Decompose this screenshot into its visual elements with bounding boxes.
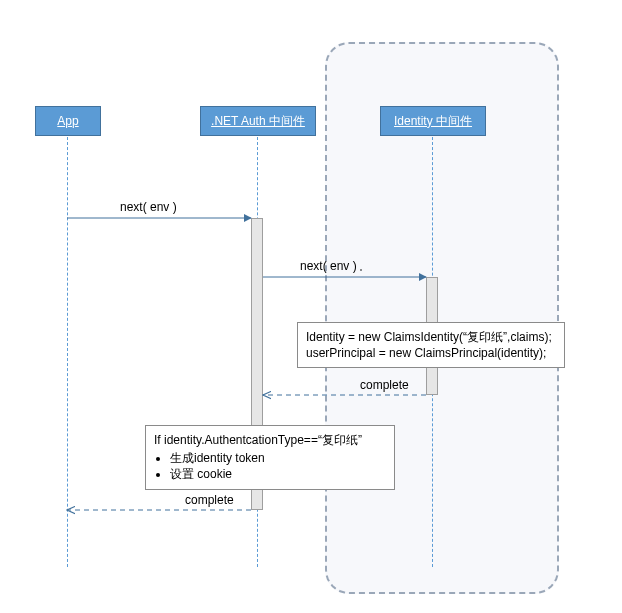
msg-label-next2: next( env ) — [300, 259, 357, 273]
msg-label-next1: next( env ) — [120, 200, 177, 214]
participant-identity: Identity 中间件 — [380, 106, 486, 136]
note-auth-bullet2: 设置 cookie — [170, 466, 386, 482]
note-identity-line2: userPrincipal = new ClaimsPrincipal(iden… — [306, 345, 556, 361]
participant-identity-label: Identity 中间件 — [394, 113, 472, 130]
participant-auth-label: .NET Auth 中间件 — [211, 113, 305, 130]
note-identity-line1: Identity = new ClaimsIdentity(“复印纸”,clai… — [306, 329, 556, 345]
note-identity: Identity = new ClaimsIdentity(“复印纸”,clai… — [297, 322, 565, 368]
participant-auth: .NET Auth 中间件 — [200, 106, 316, 136]
participant-app-label: App — [57, 114, 78, 128]
msg-label-complete1: complete — [360, 378, 409, 392]
note-auth-line1: If identity.AuthentcationType==“复印纸” — [154, 432, 386, 448]
note-auth: If identity.AuthentcationType==“复印纸” 生成i… — [145, 425, 395, 490]
msg-label-complete2: complete — [185, 493, 234, 507]
participant-app: App — [35, 106, 101, 136]
note-auth-bullet1: 生成identity token — [170, 450, 386, 466]
lifeline-app — [67, 137, 68, 567]
